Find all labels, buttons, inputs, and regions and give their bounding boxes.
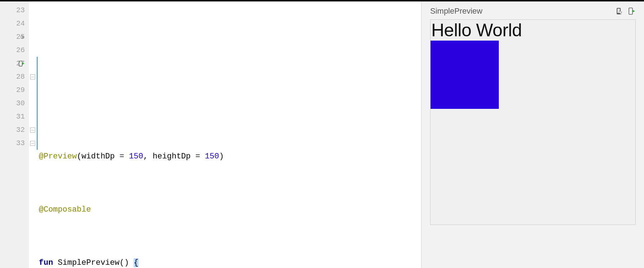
run-gutter-icon[interactable] bbox=[18, 60, 25, 67]
code-line[interactable] bbox=[37, 57, 421, 70]
line-number: 24 bbox=[0, 17, 28, 30]
gear-icon[interactable] bbox=[18, 33, 25, 41]
line-number: 31 bbox=[0, 110, 28, 123]
preview-blue-box bbox=[431, 41, 499, 109]
preview-header: SimplePreview bbox=[430, 6, 635, 16]
code-editor[interactable]: 23 24 25 26 27 28 29 30 31 32 33 bbox=[0, 1, 421, 268]
preview-hello-text: Hello World bbox=[431, 20, 635, 41]
code-line[interactable]: @Preview(widthDp = 150, heightDp = 150) bbox=[37, 150, 421, 163]
svg-rect-4 bbox=[629, 8, 632, 14]
method-indicator-bar bbox=[37, 57, 38, 150]
fold-toggle-icon[interactable] bbox=[30, 141, 35, 146]
interactive-preview-icon[interactable] bbox=[615, 7, 623, 15]
line-number: 27 bbox=[0, 57, 28, 70]
ide-root: 23 24 25 26 27 28 29 30 31 32 33 bbox=[0, 0, 644, 268]
fold-toggle-icon[interactable] bbox=[30, 74, 35, 79]
preview-actions bbox=[615, 7, 635, 15]
code-line[interactable] bbox=[37, 97, 421, 110]
code-line[interactable]: @Composable bbox=[37, 203, 421, 216]
line-number: 32 bbox=[0, 123, 28, 137]
line-number: 26 bbox=[0, 43, 28, 57]
preview-title: SimplePreview bbox=[430, 6, 483, 16]
compose-preview-panel: SimplePreview Hello World bbox=[421, 1, 644, 268]
line-number: 33 bbox=[0, 137, 28, 150]
code-line[interactable]: fun SimplePreview() { bbox=[37, 256, 421, 268]
line-number: 30 bbox=[0, 97, 28, 110]
line-number: 25 bbox=[0, 30, 28, 43]
preview-canvas[interactable]: Hello World bbox=[430, 19, 636, 225]
line-number-gutter: 23 24 25 26 27 28 29 30 31 32 33 bbox=[0, 1, 29, 268]
line-number: 28 bbox=[0, 70, 28, 83]
fold-toggle-icon[interactable] bbox=[30, 128, 35, 133]
code-area[interactable]: @Preview(widthDp = 150, heightDp = 150) … bbox=[37, 1, 421, 268]
line-number: 29 bbox=[0, 83, 28, 97]
svg-marker-1 bbox=[22, 62, 24, 65]
deploy-preview-icon[interactable] bbox=[627, 7, 635, 15]
line-number: 23 bbox=[0, 4, 28, 17]
fold-column bbox=[29, 1, 37, 268]
svg-rect-0 bbox=[19, 61, 22, 66]
svg-marker-5 bbox=[632, 10, 635, 13]
